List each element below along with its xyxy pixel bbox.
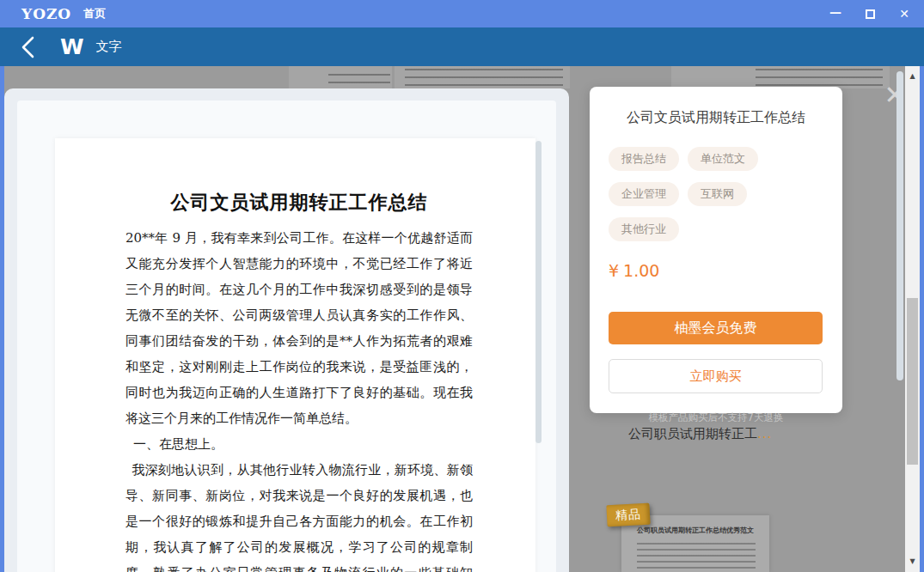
- preview-panel: 公司文员试用期转正工作总结 20**年 9 月，我有幸来到公司工作。在这样一个优…: [4, 88, 569, 572]
- tag-list: 报告总结 单位范文 企业管理 互联网 其他行业: [609, 147, 823, 241]
- price-amount: 1.00: [623, 261, 659, 280]
- thumbnail-text-lines: [637, 541, 756, 572]
- maximize-box: [866, 9, 875, 19]
- tag-pill[interactable]: 互联网: [688, 182, 747, 206]
- titlebar-home-tab[interactable]: 首页: [83, 6, 106, 21]
- tag-pill[interactable]: 报告总结: [609, 147, 679, 171]
- titlebar: YOZO 首页 — ✕: [0, 0, 924, 27]
- tag-pill[interactable]: 企业管理: [609, 182, 679, 206]
- minimize-icon[interactable]: —: [828, 4, 843, 20]
- thumbnail-title: 公司职员试用期转正工作总结优秀范文: [621, 526, 769, 535]
- app-header: W 文字: [0, 27, 924, 66]
- maximize-icon[interactable]: [862, 6, 878, 21]
- page-scrollbar-thumb[interactable]: [896, 71, 903, 380]
- scroll-up-icon[interactable]: ▲: [905, 70, 920, 83]
- template-title: 公司文员试用期转正工作总结: [609, 109, 823, 127]
- scroll-down-icon[interactable]: ▼: [905, 555, 920, 569]
- premium-badge: 精品: [606, 503, 650, 527]
- back-button[interactable]: [21, 36, 40, 58]
- document-title: 公司文员试用期转正工作总结: [125, 188, 473, 216]
- ellipsis: ...: [757, 426, 772, 441]
- window-scrollbar-thumb[interactable]: [907, 298, 918, 465]
- document-heading: 一、在思想上。: [125, 431, 473, 457]
- app-window: YOZO 首页 — ✕ W 文字 公司文员试用期转正工作总结: [0, 0, 924, 572]
- related-template-title[interactable]: 公司职员试用期转正工...: [628, 426, 772, 442]
- window-border-right: [920, 66, 924, 572]
- tag-pill[interactable]: 其他行业: [609, 217, 679, 241]
- background-thumbnails: [4, 66, 920, 88]
- document-paragraph: 我深刻地认识到，从其他行业转入物流行业，新环境、新领导、新同事、新岗位，对我来说…: [125, 457, 473, 572]
- currency-symbol: ¥: [609, 261, 619, 280]
- bg-page-fragment: [671, 66, 890, 88]
- member-free-button[interactable]: 柚墨会员免费: [609, 312, 823, 344]
- window-controls: — ✕: [828, 0, 912, 27]
- price: ¥ 1.00: [609, 261, 823, 280]
- window-border-left: [0, 66, 4, 572]
- document-body: 公司文员试用期转正工作总结 20**年 9 月，我有幸来到公司工作。在这样一个优…: [125, 188, 473, 572]
- tag-pill[interactable]: 单位范文: [688, 147, 758, 171]
- refund-note: 模板产品购买后不支持7天退换: [609, 411, 823, 424]
- preview-viewport: 公司文员试用期转正工作总结 20**年 9 月，我有幸来到公司工作。在这样一个优…: [17, 100, 556, 572]
- close-window-icon[interactable]: ✕: [896, 6, 912, 21]
- writer-app-icon: W: [60, 34, 84, 59]
- yozo-logo: YOZO: [21, 5, 71, 22]
- app-name-label: 文字: [96, 39, 122, 55]
- document-page: 公司文员试用期转正工作总结 20**年 9 月，我有幸来到公司工作。在这样一个优…: [55, 138, 535, 572]
- bg-page-fragment: [289, 66, 392, 88]
- back-chevron-icon: [21, 36, 34, 58]
- window-scrollbar[interactable]: ▲ ▼: [905, 66, 920, 572]
- template-purchase-card: 公司文员试用期转正工作总结 报告总结 单位范文 企业管理 互联网 其他行业 ¥ …: [590, 87, 842, 413]
- bg-page-fragment: [395, 66, 570, 88]
- document-paragraph: 20**年 9 月，我有幸来到公司工作。在这样一个优越舒适而又能充分发挥个人智慧…: [125, 225, 473, 431]
- related-title-text: 公司职员试用期转正工: [628, 426, 757, 441]
- document-scrollbar[interactable]: [535, 141, 542, 443]
- buy-now-button[interactable]: 立即购买: [609, 359, 823, 393]
